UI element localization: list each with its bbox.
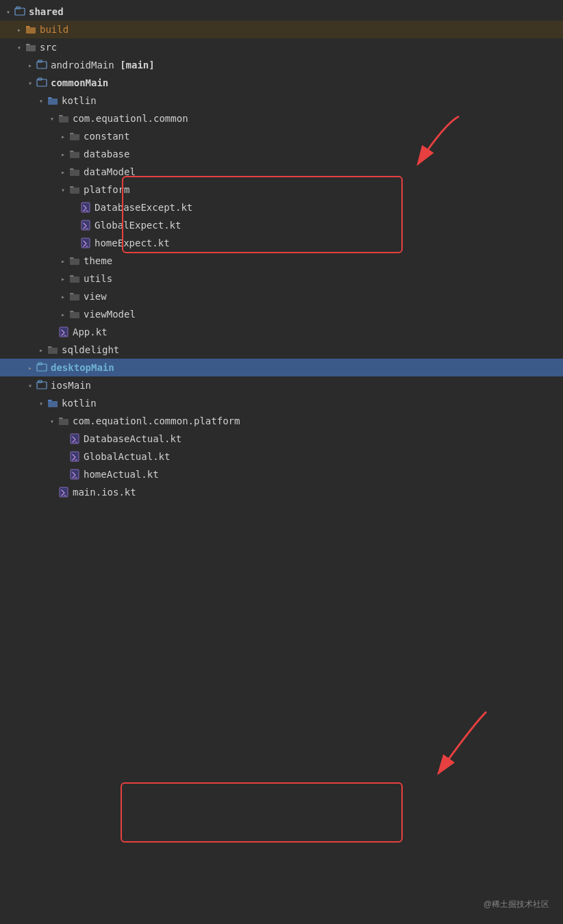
folder-icon-platform xyxy=(68,183,81,196)
shared-label: shared xyxy=(29,6,64,17)
tree-item-desktopmain[interactable]: desktopMain xyxy=(0,359,563,376)
kotlin-file-icon-databaseexcept xyxy=(79,201,92,214)
folder-icon-theme xyxy=(68,255,81,267)
iosmain-label: iosMain xyxy=(51,380,91,391)
tree-item-view[interactable]: view xyxy=(0,287,563,305)
chevron-constant[interactable] xyxy=(58,131,68,142)
tree-item-datamodel[interactable]: dataModel xyxy=(0,163,563,181)
watermark: @稀土掘技术社区 xyxy=(484,899,549,910)
tree-item-iosmain[interactable]: iosMain xyxy=(0,376,563,394)
folder-icon-view xyxy=(68,290,81,303)
chevron-desktopmain[interactable] xyxy=(25,362,36,373)
chevron-empty xyxy=(47,326,58,337)
chevron-androidmain[interactable] xyxy=(25,60,36,70)
utils-label: utils xyxy=(84,273,112,284)
tree-item-databaseactual[interactable]: DatabaseActual.kt xyxy=(0,430,563,448)
tree-item-constant[interactable]: constant xyxy=(0,127,563,145)
tree-item-main-ios[interactable]: main.ios.kt xyxy=(0,483,563,501)
arrow-2 xyxy=(349,705,500,796)
kotlin-file-icon-app xyxy=(58,326,70,338)
chevron-com-equation[interactable] xyxy=(47,113,58,124)
viewmodel-label: viewModel xyxy=(84,309,136,320)
chevron-src[interactable] xyxy=(14,42,25,53)
app-kt-label: App.kt xyxy=(73,326,108,337)
view-label: view xyxy=(84,291,107,302)
tree-item-app-kt[interactable]: App.kt xyxy=(0,323,563,341)
folder-icon-com-eq-platform xyxy=(58,415,70,427)
folder-icon-desktopmain xyxy=(36,361,48,374)
chevron-shared[interactable] xyxy=(3,6,14,17)
folder-icon-constant xyxy=(68,130,81,142)
chevron-sqldelight[interactable] xyxy=(36,344,47,355)
tree-item-shared[interactable]: shared xyxy=(0,3,563,21)
module-icon-shared xyxy=(14,5,26,18)
folder-icon-kotlin xyxy=(47,94,59,107)
chevron-empty xyxy=(58,451,68,462)
kotlin-file-icon-globalactual xyxy=(68,450,81,463)
folder-icon-kotlin2 xyxy=(47,397,59,409)
chevron-commonmain[interactable] xyxy=(25,77,36,88)
constant-label: constant xyxy=(84,131,129,142)
tree-item-homeactual[interactable]: homeActual.kt xyxy=(0,465,563,483)
chevron-theme[interactable] xyxy=(58,255,68,266)
chevron-datamodel[interactable] xyxy=(58,166,68,177)
tree-item-database[interactable]: database xyxy=(0,145,563,163)
database-label: database xyxy=(84,149,129,159)
tree-item-kotlin2[interactable]: kotlin xyxy=(0,394,563,412)
tree-item-globalactual[interactable]: GlobalActual.kt xyxy=(0,448,563,465)
chevron-utils[interactable] xyxy=(58,273,68,284)
theme-label: theme xyxy=(84,255,112,266)
folder-icon-viewmodel xyxy=(68,308,81,320)
globalexpect-label: GlobalExpect.kt xyxy=(95,220,181,231)
folder-icon-datamodel xyxy=(68,166,81,178)
tree-item-com-equation[interactable]: com.equationl.common xyxy=(0,110,563,127)
kotlin-file-icon-globalexpect xyxy=(79,219,92,231)
desktopmain-label: desktopMain xyxy=(51,362,114,373)
folder-icon-build xyxy=(25,23,37,36)
src-label: src xyxy=(40,42,57,53)
tree-item-sqldelight[interactable]: sqldelight xyxy=(0,341,563,359)
folder-icon-iosmain xyxy=(36,379,48,392)
com-eq-platform-label: com.equationl.common.platform xyxy=(73,415,240,426)
tree-item-viewmodel[interactable]: viewModel xyxy=(0,305,563,323)
chevron-com-eq-platform[interactable] xyxy=(47,415,58,426)
chevron-build[interactable] xyxy=(14,24,25,35)
datamodel-label: dataModel xyxy=(84,166,136,177)
kotlin2-label: kotlin xyxy=(62,398,97,409)
tree-item-platform[interactable]: platform xyxy=(0,181,563,198)
build-label: build xyxy=(40,24,68,35)
tree-item-kotlin[interactable]: kotlin xyxy=(0,92,563,110)
databaseactual-label: DatabaseActual.kt xyxy=(84,433,182,444)
tree-item-commonmain[interactable]: commonMain xyxy=(0,74,563,92)
tree-item-databaseexcept[interactable]: DatabaseExcept.kt xyxy=(0,198,563,216)
platform-label: platform xyxy=(84,184,129,195)
com-equation-label: com.equationl.common xyxy=(73,113,188,124)
tree-item-androidmain[interactable]: androidMain [main] xyxy=(0,56,563,74)
tree-item-utils[interactable]: utils xyxy=(0,270,563,287)
chevron-empty xyxy=(68,220,79,231)
chevron-empty xyxy=(68,202,79,213)
sqldelight-label: sqldelight xyxy=(62,344,119,355)
tree-item-src[interactable]: src xyxy=(0,38,563,56)
chevron-view[interactable] xyxy=(58,291,68,302)
tree-item-homeexpect[interactable]: homeExpect.kt xyxy=(0,234,563,252)
kotlin-label: kotlin xyxy=(62,95,97,106)
kotlin-file-icon-homeexpect xyxy=(79,237,92,249)
chevron-viewmodel[interactable] xyxy=(58,309,68,320)
folder-icon-commonmain xyxy=(36,77,48,89)
kotlin-file-icon-databaseactual xyxy=(68,433,81,445)
globalactual-label: GlobalActual.kt xyxy=(84,451,170,462)
chevron-iosmain[interactable] xyxy=(25,380,36,391)
chevron-kotlin2[interactable] xyxy=(36,398,47,409)
tree-item-build[interactable]: build xyxy=(0,21,563,38)
homeactual-label: homeActual.kt xyxy=(84,469,159,480)
kotlin-file-icon-homeactual xyxy=(68,468,81,480)
tree-item-com-eq-platform[interactable]: com.equationl.common.platform xyxy=(0,412,563,430)
tree-item-globalexpect[interactable]: GlobalExpect.kt xyxy=(0,216,563,234)
tree-item-theme[interactable]: theme xyxy=(0,252,563,270)
chevron-kotlin[interactable] xyxy=(36,95,47,106)
kotlin-file-icon-main-ios xyxy=(58,486,70,498)
chevron-platform[interactable] xyxy=(58,184,68,195)
chevron-database[interactable] xyxy=(58,149,68,159)
annotation-box-ios-actual xyxy=(121,782,403,843)
